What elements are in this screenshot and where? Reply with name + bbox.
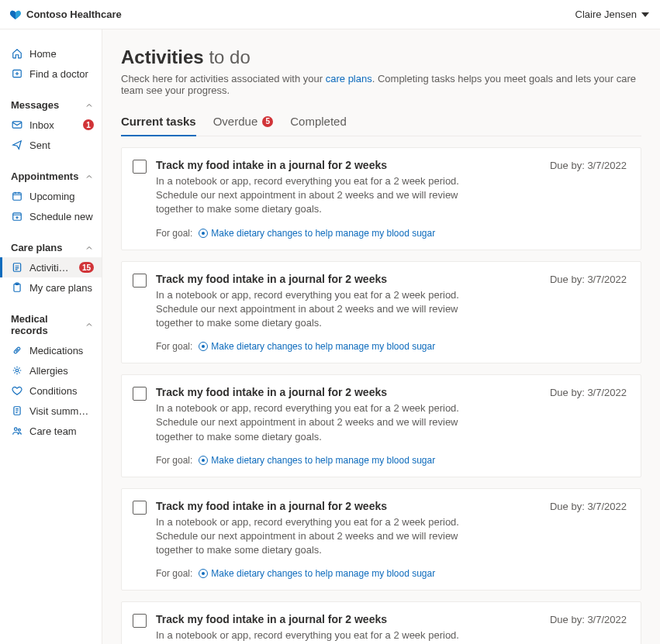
user-display-name: Claire Jensen — [575, 9, 638, 20]
sidebar-item-schedule-new[interactable]: Schedule new — [0, 206, 102, 226]
task-checkbox[interactable] — [133, 160, 147, 174]
sidebar: Home Find a doctor Messages Inbox 1 — [0, 29, 102, 644]
task-card: Track my food intake in a journal for 2 … — [121, 374, 641, 477]
mail-icon — [11, 119, 23, 131]
task-goal-link[interactable]: Make dietary changes to help manage my b… — [199, 455, 435, 466]
sidebar-group-label: Appointments — [11, 170, 78, 182]
sidebar-item-label: Visit summaries — [29, 405, 94, 417]
task-goal-link[interactable]: Make dietary changes to help manage my b… — [199, 568, 435, 579]
sidebar-item-label: My care plans — [29, 282, 94, 294]
main-content: Activities to do Check here for activiti… — [102, 29, 660, 644]
chevron-up-icon — [85, 243, 94, 253]
sidebar-item-conditions[interactable]: Conditions — [0, 381, 102, 401]
sidebar-item-allergies[interactable]: Allergies — [0, 360, 102, 381]
sidebar-group-label: Messages — [11, 99, 59, 111]
task-title: Track my food intake in a journal for 2 … — [156, 500, 387, 512]
task-title: Track my food intake in a journal for 2 … — [156, 159, 387, 171]
heart-icon — [11, 384, 23, 397]
page-subtitle: Check here for activities associated wit… — [121, 73, 641, 96]
tab-overdue[interactable]: Overdue 5 — [213, 110, 274, 136]
sidebar-item-medications[interactable]: Medications — [0, 340, 102, 360]
tab-label: Current tasks — [121, 115, 196, 128]
chevron-up-icon — [85, 101, 94, 110]
sidebar-item-label: Conditions — [29, 385, 94, 397]
sidebar-group-care-plans[interactable]: Care plans — [0, 237, 102, 257]
task-description: In a notebook or app, record everything … — [156, 515, 466, 558]
calendar-add-icon — [11, 210, 23, 222]
tabs: Current tasks Overdue 5 Completed — [121, 110, 641, 136]
page-subtitle-prefix: Check here for activities associated wit… — [121, 73, 326, 84]
sidebar-item-upcoming[interactable]: Upcoming — [0, 186, 102, 206]
task-checkbox[interactable] — [133, 387, 147, 401]
sidebar-item-inbox[interactable]: Inbox 1 — [0, 115, 102, 135]
svg-point-10 — [15, 428, 18, 431]
care-plans-link[interactable]: care plans — [326, 73, 372, 84]
task-description: In a notebook or app, record everything … — [156, 174, 466, 217]
sidebar-item-home[interactable]: Home — [0, 43, 102, 64]
home-icon — [11, 47, 23, 60]
checklist-icon — [11, 261, 23, 274]
sidebar-group-messages[interactable]: Messages — [0, 95, 102, 115]
sidebar-item-care-team[interactable]: Care team — [0, 421, 102, 441]
brand[interactable]: Contoso Healthcare — [9, 9, 122, 21]
sidebar-group-label: Medical records — [11, 313, 85, 336]
chevron-down-icon — [641, 12, 649, 17]
page-title-light: to do — [209, 46, 250, 67]
sidebar-item-label: Sent — [29, 139, 94, 151]
activities-badge: 15 — [79, 262, 94, 273]
tab-label: Completed — [290, 115, 347, 128]
task-description: In a notebook or app, record everything … — [156, 288, 466, 331]
pill-icon — [11, 344, 23, 356]
sidebar-group-appointments[interactable]: Appointments — [0, 166, 102, 186]
task-for-goal-label: For goal: — [156, 228, 192, 239]
task-card: Track my food intake in a journal for 2 … — [121, 601, 641, 644]
task-due-date: Due by: 3/7/2022 — [550, 160, 627, 171]
task-checkbox[interactable] — [133, 614, 147, 628]
task-due-date: Due by: 3/7/2022 — [550, 501, 627, 512]
tab-current-tasks[interactable]: Current tasks — [121, 110, 196, 136]
task-for-goal-label: For goal: — [156, 341, 192, 352]
tab-completed[interactable]: Completed — [290, 110, 347, 136]
task-for-goal-label: For goal: — [156, 568, 192, 579]
sidebar-item-my-care-plans[interactable]: My care plans — [0, 277, 102, 298]
svg-point-8 — [16, 369, 19, 372]
chevron-up-icon — [85, 172, 94, 181]
send-icon — [11, 139, 23, 151]
sidebar-item-activities[interactable]: Activities to do 15 — [0, 257, 102, 277]
task-goal-text: Make dietary changes to help manage my b… — [211, 568, 435, 579]
calendar-icon — [11, 190, 23, 202]
target-icon — [199, 342, 208, 351]
sidebar-group-medical-records[interactable]: Medical records — [0, 308, 102, 340]
chevron-up-icon — [85, 320, 94, 329]
sidebar-item-label: Schedule new — [29, 211, 94, 222]
task-goal-link[interactable]: Make dietary changes to help manage my b… — [199, 228, 435, 239]
target-icon — [199, 456, 208, 465]
task-description: In a notebook or app, record everything … — [156, 401, 466, 444]
sidebar-item-label: Home — [29, 48, 94, 60]
app-header: Contoso Healthcare Claire Jensen — [0, 0, 660, 29]
sidebar-item-find-doctor[interactable]: Find a doctor — [0, 64, 102, 84]
target-icon — [199, 229, 208, 238]
task-description: In a notebook or app, record everything … — [156, 629, 466, 644]
sidebar-item-label: Medications — [29, 345, 94, 356]
sidebar-item-sent[interactable]: Sent — [0, 135, 102, 155]
task-card: Track my food intake in a journal for 2 … — [121, 488, 641, 591]
heart-logo-icon — [9, 9, 22, 21]
task-goal-link[interactable]: Make dietary changes to help manage my b… — [199, 341, 435, 352]
page-title-bold: Activities — [121, 46, 204, 67]
task-list: Track my food intake in a journal for 2 … — [121, 147, 641, 644]
sidebar-item-visit-summaries[interactable]: Visit summaries — [0, 401, 102, 421]
sidebar-item-label: Upcoming — [29, 191, 94, 202]
task-checkbox[interactable] — [133, 274, 147, 288]
overdue-badge: 5 — [262, 116, 273, 127]
task-checkbox[interactable] — [133, 501, 147, 515]
tab-label: Overdue — [213, 115, 258, 128]
sidebar-item-label: Care team — [29, 425, 94, 437]
user-menu[interactable]: Claire Jensen — [575, 9, 650, 20]
task-goal-text: Make dietary changes to help manage my b… — [211, 455, 435, 466]
task-goal-text: Make dietary changes to help manage my b… — [211, 341, 435, 352]
task-card: Track my food intake in a journal for 2 … — [121, 261, 641, 364]
brand-name: Contoso Healthcare — [26, 9, 122, 20]
people-icon — [11, 425, 23, 437]
svg-rect-2 — [13, 193, 22, 200]
